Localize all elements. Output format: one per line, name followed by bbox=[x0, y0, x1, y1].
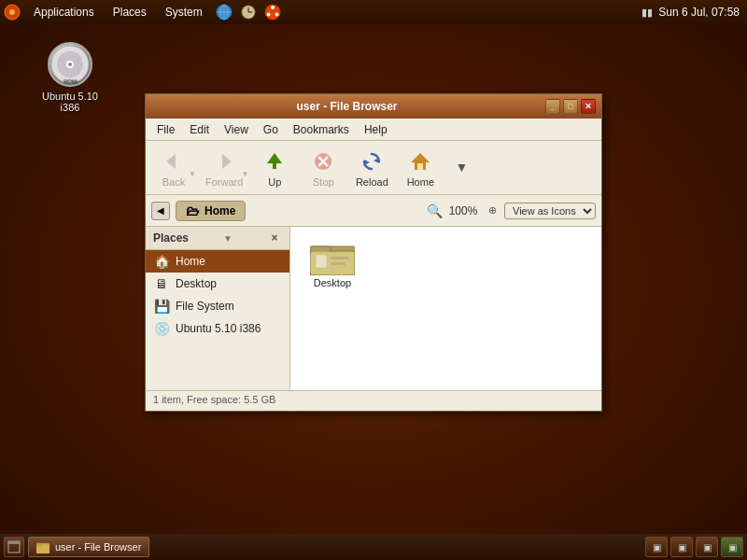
stop-icon bbox=[310, 148, 336, 175]
svg-text:ROM: ROM bbox=[63, 78, 77, 84]
sidebar-item-ubuntu[interactable]: 💿 Ubuntu 5.10 i386 bbox=[146, 317, 289, 340]
sidebar-dropdown-icon: ▼ bbox=[223, 233, 233, 244]
desktop-sidebar-icon: 🖥 bbox=[153, 276, 170, 291]
home-button[interactable]: Home bbox=[396, 145, 444, 191]
up-label: Up bbox=[268, 176, 281, 188]
file-label-desktop: Desktop bbox=[314, 277, 351, 288]
menu-view[interactable]: View bbox=[217, 121, 256, 138]
zoom-out-button[interactable]: 🔍 bbox=[426, 203, 443, 219]
back-icon bbox=[161, 148, 187, 175]
sidebar-item-home[interactable]: 🏠 Home bbox=[146, 250, 289, 273]
menu-edit[interactable]: Edit bbox=[182, 121, 217, 138]
up-icon bbox=[261, 148, 288, 175]
svg-point-16 bbox=[68, 63, 72, 66]
window-statusbar: 1 item, Free space: 5.5 GB bbox=[146, 390, 601, 411]
forward-button[interactable]: Forward ▼ bbox=[198, 145, 250, 191]
top-bar-left: Applications Places System bbox=[0, 3, 285, 21]
svg-marker-18 bbox=[166, 154, 176, 169]
svg-marker-25 bbox=[374, 158, 379, 163]
svg-marker-26 bbox=[364, 160, 370, 165]
menu-file[interactable]: File bbox=[149, 121, 182, 138]
minimize-button[interactable]: _ bbox=[545, 99, 560, 114]
applications-menu[interactable]: Applications bbox=[24, 4, 104, 21]
svg-point-11 bbox=[275, 13, 278, 17]
close-button[interactable]: ✕ bbox=[581, 99, 596, 114]
window-title: user - File Browser bbox=[151, 100, 543, 113]
battery-icon: ▮▮ bbox=[641, 7, 653, 19]
globe-icon[interactable] bbox=[215, 3, 233, 21]
svg-rect-31 bbox=[310, 246, 331, 253]
view-select[interactable]: View as Icons bbox=[504, 203, 596, 219]
reload-icon bbox=[359, 148, 385, 175]
sidebar-ubuntu-label: Ubuntu 5.10 i386 bbox=[176, 322, 261, 335]
back-arrow: ▼ bbox=[189, 170, 196, 178]
window-titlebar: user - File Browser _ □ ✕ bbox=[146, 94, 601, 119]
home-label: Home bbox=[407, 176, 434, 188]
svg-rect-37 bbox=[8, 541, 20, 544]
places-menu[interactable]: Places bbox=[104, 4, 156, 21]
desktop-cd-icon[interactable]: ROM Ubuntu 5.10 i386 bbox=[37, 42, 103, 113]
reload-button[interactable]: Reload bbox=[347, 145, 396, 191]
sidebar-header: Places ▼ × bbox=[146, 227, 289, 250]
ubuntu-icon[interactable] bbox=[263, 3, 282, 21]
back-label: Back bbox=[162, 176, 185, 188]
menu-bookmarks[interactable]: Bookmarks bbox=[286, 121, 357, 138]
cd-icon-image: ROM bbox=[48, 42, 92, 87]
reload-label: Reload bbox=[356, 176, 388, 188]
svg-rect-33 bbox=[316, 255, 327, 268]
svg-rect-28 bbox=[417, 163, 423, 170]
sidebar-home-label: Home bbox=[176, 255, 205, 268]
sidebar-title: Places bbox=[153, 231, 189, 245]
desktop-folder-icon bbox=[310, 240, 355, 275]
taskbar-right-btn-1[interactable]: ▣ bbox=[645, 537, 668, 557]
toolbar-expand-button[interactable]: ▼ bbox=[444, 145, 478, 191]
menu-go[interactable]: Go bbox=[256, 121, 286, 138]
taskbar-right-btn-4[interactable]: ▣ bbox=[721, 537, 743, 557]
svg-marker-20 bbox=[267, 153, 282, 163]
svg-rect-39 bbox=[36, 545, 49, 553]
top-menubar: Applications Places System bbox=[0, 0, 747, 24]
svg-point-1 bbox=[9, 9, 15, 15]
file-icon-container: Desktop bbox=[300, 236, 592, 292]
folder-icon: 🗁 bbox=[186, 203, 199, 218]
desktop-cd-label: Ubuntu 5.10 i386 bbox=[37, 91, 103, 113]
taskbar-file-browser-button[interactable]: user - File Browser bbox=[28, 537, 149, 557]
svg-point-10 bbox=[271, 6, 275, 9]
menu-help[interactable]: Help bbox=[357, 121, 395, 138]
svg-rect-21 bbox=[273, 163, 276, 169]
sidebar-item-filesystem[interactable]: 💾 File System bbox=[146, 295, 289, 317]
desktop: Applications Places System bbox=[0, 0, 747, 560]
sidebar-close-button[interactable]: × bbox=[267, 231, 282, 245]
maximize-button[interactable]: □ bbox=[563, 99, 578, 114]
up-button[interactable]: Up bbox=[250, 145, 299, 191]
file-item-desktop[interactable]: Desktop bbox=[300, 236, 365, 292]
top-bar-right: ▮▮ Sun 6 Jul, 07:58 bbox=[641, 6, 747, 19]
back-location-button[interactable]: ◀ bbox=[151, 202, 170, 220]
clock-icon[interactable] bbox=[239, 3, 258, 21]
forward-icon bbox=[211, 148, 237, 175]
taskbar-right-btn-2[interactable]: ▣ bbox=[670, 537, 693, 557]
location-label: Home bbox=[204, 204, 235, 217]
taskbar-right-btn-3[interactable]: ▣ bbox=[696, 537, 718, 557]
file-browser-window: user - File Browser _ □ ✕ File Edit View… bbox=[145, 93, 602, 412]
forward-label: Forward bbox=[205, 176, 243, 188]
svg-rect-34 bbox=[331, 257, 349, 259]
system-menu[interactable]: System bbox=[156, 4, 212, 21]
sidebar-filesystem-label: File System bbox=[176, 300, 234, 313]
stop-button[interactable]: Stop bbox=[299, 145, 347, 191]
taskbar-right: ▣ ▣ ▣ ▣ bbox=[645, 537, 743, 557]
zoom-in-button[interactable]: ⊕ bbox=[484, 203, 500, 219]
svg-rect-35 bbox=[331, 262, 345, 265]
back-button[interactable]: Back ▼ bbox=[149, 145, 198, 191]
svg-rect-40 bbox=[36, 543, 42, 546]
expand-icon: ▼ bbox=[448, 154, 474, 180]
location-home-pill[interactable]: 🗁 Home bbox=[176, 201, 246, 221]
taskbar-window-label: user - File Browser bbox=[55, 541, 141, 553]
app-icon bbox=[3, 3, 21, 21]
window-content: Places ▼ × 🏠 Home 🖥 Desktop 💾 File Syste… bbox=[146, 227, 601, 390]
taskbar-folder-icon bbox=[36, 540, 49, 553]
taskbar: user - File Browser ▣ ▣ ▣ ▣ bbox=[0, 534, 747, 560]
show-desktop-button[interactable] bbox=[4, 537, 24, 557]
filesystem-sidebar-icon: 💾 bbox=[153, 299, 170, 314]
sidebar-item-desktop[interactable]: 🖥 Desktop bbox=[146, 273, 289, 295]
